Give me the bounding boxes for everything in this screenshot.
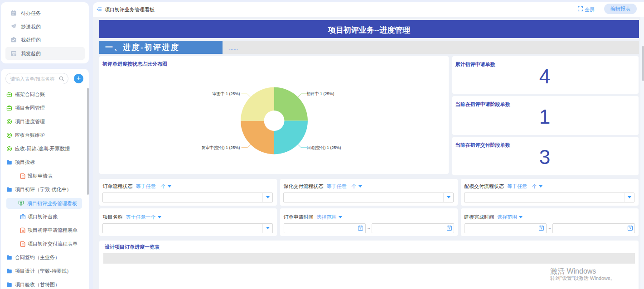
svg-text:回退(交付) 1 (25%): 回退(交付) 1 (25%)	[307, 145, 341, 150]
svg-text:初评中 1 (25%): 初评中 1 (25%)	[307, 92, 334, 96]
svg-text:审图中 1 (25%): 审图中 1 (25%)	[213, 92, 240, 96]
svg-text:复审中(交付) 1 (25%): 复审中(交付) 1 (25%)	[202, 145, 240, 150]
